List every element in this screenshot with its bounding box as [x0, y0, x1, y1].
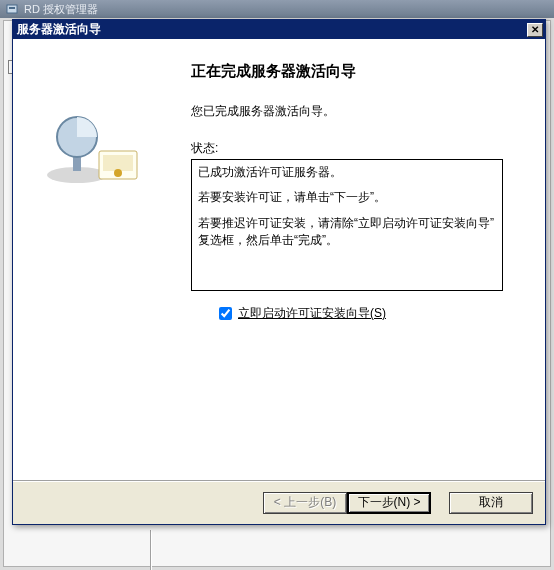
status-line: 已成功激活许可证服务器。 [198, 164, 496, 181]
wizard-done-message: 您已完成服务器激活向导。 [191, 103, 517, 120]
status-line: 若要安装许可证，请单击“下一步”。 [198, 189, 496, 206]
wizard-artwork-icon [43, 115, 143, 195]
status-label: 状态: [191, 140, 517, 157]
wizard-dialog: 服务器激活向导 ✕ 正在完成服务器激活向导 您已完成服务器激活向导。 状态: 已… [12, 19, 546, 525]
start-install-wizard-label[interactable]: 立即启动许可证安装向导(S) [238, 305, 386, 322]
close-icon: ✕ [531, 24, 539, 35]
background-title-text: RD 授权管理器 [24, 2, 98, 17]
start-install-wizard-checkbox-row: 立即启动许可证安装向导(S) [219, 305, 517, 322]
status-box: 已成功激活许可证服务器。 若要安装许可证，请单击“下一步”。 若要推迟许可证安装… [191, 159, 503, 291]
wizard-title-bar[interactable]: 服务器激活向导 ✕ [13, 20, 545, 39]
close-button[interactable]: ✕ [527, 23, 543, 37]
wizard-side-panel [13, 40, 177, 480]
svg-point-7 [114, 169, 122, 177]
wizard-content: 正在完成服务器激活向导 您已完成服务器激活向导。 状态: 已成功激活许可证服务器… [177, 40, 545, 480]
background-splitter[interactable] [150, 530, 151, 570]
wizard-footer: < 上一步(B) 下一步(N) > 取消 [13, 480, 545, 524]
background-title-bar: RD 授权管理器 [0, 0, 554, 18]
wizard-heading: 正在完成服务器激活向导 [191, 62, 517, 81]
back-button: < 上一步(B) [263, 492, 347, 514]
app-icon [6, 2, 20, 16]
wizard-body: 正在完成服务器激活向导 您已完成服务器激活向导。 状态: 已成功激活许可证服务器… [13, 39, 545, 480]
svg-rect-1 [9, 7, 15, 9]
wizard-title-text: 服务器激活向导 [17, 21, 101, 38]
next-button[interactable]: 下一步(N) > [347, 492, 431, 514]
svg-rect-6 [103, 155, 133, 171]
cancel-button[interactable]: 取消 [449, 492, 533, 514]
status-line: 若要推迟许可证安装，请清除“立即启动许可证安装向导”复选框，然后单击“完成”。 [198, 215, 496, 250]
start-install-wizard-checkbox[interactable] [219, 307, 232, 320]
